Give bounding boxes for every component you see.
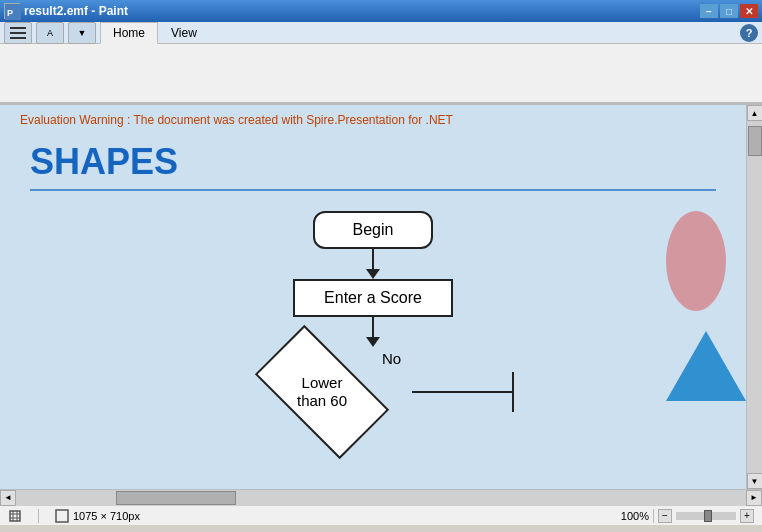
flowchart-begin: Begin bbox=[313, 211, 433, 249]
scroll-track-horizontal[interactable] bbox=[16, 490, 746, 506]
scroll-up-button[interactable]: ▲ bbox=[747, 105, 763, 121]
no-line bbox=[412, 391, 512, 393]
quick-access-dropdown[interactable]: ▼ bbox=[68, 22, 96, 44]
ribbon: A ▼ Home View ? bbox=[0, 22, 762, 105]
svg-text:P: P bbox=[7, 8, 13, 18]
arrow-1 bbox=[366, 249, 380, 279]
crop-icon bbox=[8, 509, 22, 523]
horizontal-scrollbar: ◄ ► bbox=[0, 489, 762, 505]
scroll-thumb-vertical[interactable] bbox=[748, 126, 762, 156]
scroll-thumb-horizontal[interactable] bbox=[116, 491, 236, 505]
maximize-button[interactable]: □ bbox=[720, 4, 738, 18]
svg-rect-3 bbox=[10, 32, 26, 34]
zoom-slider[interactable] bbox=[676, 512, 736, 520]
zoom-label: 100% bbox=[621, 510, 649, 522]
help-button[interactable]: ? bbox=[740, 24, 758, 42]
dimensions-status: 1075 × 710px bbox=[55, 509, 140, 523]
quick-access-undo[interactable]: A bbox=[36, 22, 64, 44]
minimize-button[interactable]: − bbox=[700, 4, 718, 18]
svg-rect-2 bbox=[10, 27, 26, 29]
tab-home[interactable]: Home bbox=[100, 22, 158, 44]
title-bar-left: P result2.emf - Paint bbox=[4, 3, 128, 19]
zoom-controls: 100% − + bbox=[621, 509, 754, 523]
svg-rect-5 bbox=[10, 511, 20, 521]
diamond-row: Lower than 60 No bbox=[232, 347, 514, 437]
scroll-down-button[interactable]: ▼ bbox=[747, 473, 763, 489]
ribbon-tab-bar: A ▼ Home View ? bbox=[0, 22, 762, 44]
scroll-right-button[interactable]: ► bbox=[746, 490, 762, 506]
close-button[interactable]: ✕ bbox=[740, 4, 758, 18]
window-controls: − □ ✕ bbox=[700, 4, 758, 18]
arrow-2 bbox=[366, 317, 380, 347]
arrow-head-1 bbox=[366, 269, 380, 279]
no-branch: No bbox=[412, 372, 514, 412]
arrow-head-2 bbox=[366, 337, 380, 347]
dimensions-icon bbox=[55, 509, 69, 523]
slide-title: SHAPES bbox=[30, 141, 716, 191]
ribbon-content-area bbox=[0, 44, 762, 104]
dimensions-text: 1075 × 710px bbox=[73, 510, 140, 522]
diamond-text: Lower than 60 bbox=[297, 374, 347, 410]
ribbon-menu-button[interactable] bbox=[4, 22, 32, 44]
svg-rect-10 bbox=[56, 510, 68, 522]
right-scrollbar: ▲ ▼ bbox=[746, 105, 762, 489]
zoom-in-button[interactable]: + bbox=[740, 509, 754, 523]
title-bar: P result2.emf - Paint − □ ✕ bbox=[0, 0, 762, 22]
scroll-left-button[interactable]: ◄ bbox=[0, 490, 16, 506]
window-title: result2.emf - Paint bbox=[24, 4, 128, 18]
no-label: No bbox=[382, 350, 401, 367]
zoom-out-button[interactable]: − bbox=[658, 509, 672, 523]
status-bar: 1075 × 710px 100% − + bbox=[0, 505, 762, 525]
canvas-area: Evaluation Warning : The document was cr… bbox=[0, 105, 746, 489]
flowchart: Begin Enter a Score bbox=[30, 211, 716, 437]
zoom-slider-thumb[interactable] bbox=[704, 510, 712, 522]
arrow-line-2 bbox=[372, 317, 374, 337]
zoom-divider bbox=[653, 509, 654, 523]
app-icon: P bbox=[4, 3, 20, 19]
flowchart-enter-score: Enter a Score bbox=[293, 279, 453, 317]
crop-status bbox=[8, 509, 22, 523]
arrow-line-1 bbox=[372, 249, 374, 269]
main-area: Evaluation Warning : The document was cr… bbox=[0, 105, 762, 489]
svg-rect-4 bbox=[10, 37, 26, 39]
slide-content: SHAPES Begin Enter a Score bbox=[0, 131, 746, 447]
tab-view[interactable]: View bbox=[158, 22, 210, 44]
eval-warning: Evaluation Warning : The document was cr… bbox=[0, 105, 746, 131]
status-divider-1 bbox=[38, 509, 39, 523]
scroll-track-vertical[interactable] bbox=[747, 121, 763, 473]
no-vertical bbox=[512, 372, 514, 412]
